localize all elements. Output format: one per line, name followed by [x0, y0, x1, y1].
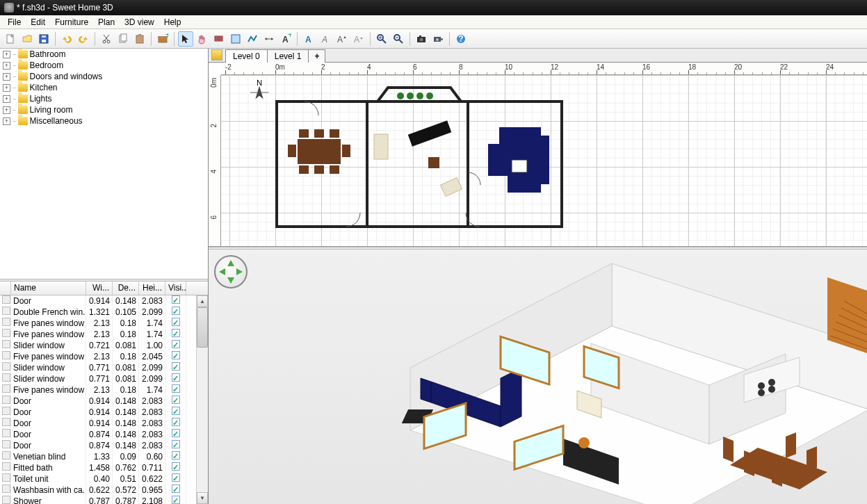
expand-icon[interactable]: +	[3, 84, 10, 92]
visible-checkbox[interactable]	[172, 307, 180, 315]
table-row[interactable]: Five panes window2.130.181.74	[0, 318, 208, 329]
polyline-tool-icon[interactable]	[245, 31, 260, 47]
table-row[interactable]: Door0.9140.1482.083	[0, 396, 208, 407]
table-row[interactable]: Venetian blind1.330.090.60	[0, 451, 208, 462]
col-height[interactable]: Hei...	[139, 282, 165, 295]
expand-icon[interactable]: +	[3, 106, 10, 114]
visible-checkbox[interactable]	[172, 295, 180, 304]
preferences-icon[interactable]	[430, 31, 446, 47]
table-row[interactable]: Slider window0.7710.0812.099	[0, 373, 208, 384]
expand-icon[interactable]: +	[3, 95, 10, 103]
3d-view[interactable]	[209, 250, 867, 504]
expand-icon[interactable]: +	[3, 117, 10, 125]
catalog-living-room[interactable]: +···Living room	[0, 104, 208, 115]
menu-3dview[interactable]: 3D view	[120, 16, 159, 29]
furniture-table[interactable]: Name Wi... De... Hei... Visi... Door0.91…	[0, 282, 208, 504]
table-row[interactable]: Shower0.7870.7872.108	[0, 496, 208, 504]
save-file-icon[interactable]	[36, 31, 51, 47]
col-visible[interactable]: Visi...	[165, 282, 186, 295]
menu-edit[interactable]: Edit	[26, 16, 50, 29]
visible-checkbox[interactable]	[172, 362, 180, 371]
table-row[interactable]: Slider window0.7210.0811.00	[0, 340, 208, 351]
floor-plan[interactable]	[221, 75, 847, 247]
visible-checkbox[interactable]	[172, 451, 180, 460]
zoom-out-icon[interactable]	[391, 31, 406, 47]
table-row[interactable]: Fitted bath1.4580.7620.711	[0, 462, 208, 473]
catalog-kitchen[interactable]: +···Kitchen	[0, 82, 208, 93]
visible-checkbox[interactable]	[172, 384, 180, 393]
furniture-catalog[interactable]: +···Bathroom+···Bedroom+···Doors and win…	[0, 49, 208, 279]
visible-checkbox[interactable]	[172, 318, 180, 326]
expand-icon[interactable]: +	[3, 62, 10, 70]
table-row[interactable]: Door0.9140.1482.083	[0, 407, 208, 418]
tab-level1[interactable]: Level 1	[267, 49, 309, 63]
add-furniture-icon[interactable]: +	[155, 31, 170, 47]
expand-icon[interactable]: +	[3, 51, 10, 58]
visible-checkbox[interactable]	[172, 373, 180, 382]
visible-checkbox[interactable]	[172, 329, 180, 337]
col-width[interactable]: Wi...	[86, 282, 113, 295]
table-row[interactable]: Washbasin with ca...0.6220.5720.965	[0, 485, 208, 496]
table-row[interactable]: Door0.8740.1482.083	[0, 440, 208, 451]
visible-checkbox[interactable]	[172, 496, 180, 504]
tab-level0[interactable]: Level 0	[225, 49, 268, 63]
table-row[interactable]: Five panes window2.130.182.045	[0, 351, 208, 362]
table-row[interactable]: Double French win...1.3210.1052.099	[0, 307, 208, 318]
table-row[interactable]: Five panes window2.130.181.74	[0, 384, 208, 396]
visible-checkbox[interactable]	[172, 340, 180, 348]
col-name[interactable]: Name	[11, 282, 86, 295]
tab-add[interactable]: +	[308, 49, 325, 63]
text-tool-icon[interactable]: A+	[278, 31, 293, 47]
scroll-down-icon[interactable]: ▼	[197, 492, 208, 504]
cut-icon[interactable]	[99, 31, 114, 47]
select-tool-icon[interactable]	[178, 31, 193, 47]
visible-checkbox[interactable]	[172, 473, 180, 482]
plan-view[interactable]: -20m24681012141618202224 0m246 N	[209, 63, 867, 247]
visible-checkbox[interactable]	[172, 351, 180, 359]
visible-checkbox[interactable]	[172, 407, 180, 415]
catalog-bathroom[interactable]: +···Bathroom	[0, 49, 208, 60]
table-row[interactable]: Door0.8740.1482.083	[0, 429, 208, 440]
visible-checkbox[interactable]	[172, 485, 180, 493]
scroll-thumb[interactable]	[197, 307, 208, 348]
menu-file[interactable]: File	[3, 16, 26, 29]
table-row[interactable]: Slider window0.7710.0812.099	[0, 362, 208, 373]
visible-checkbox[interactable]	[172, 440, 180, 448]
text-italic-icon[interactable]: A	[318, 31, 333, 47]
visible-checkbox[interactable]	[172, 429, 180, 437]
help-icon[interactable]: ?	[453, 31, 469, 47]
wall-tool-icon[interactable]	[211, 31, 227, 47]
table-row[interactable]: Door0.9140.1482.083	[0, 418, 208, 429]
table-row[interactable]: Door0.9140.1482.083	[0, 295, 208, 307]
zoom-in-icon[interactable]	[374, 31, 389, 47]
text-bold-icon[interactable]: A	[301, 31, 316, 47]
col-depth[interactable]: De...	[113, 282, 139, 295]
open-file-icon[interactable]	[19, 31, 35, 47]
increase-text-icon[interactable]: A	[334, 31, 350, 47]
undo-icon[interactable]	[59, 31, 74, 47]
table-row[interactable]: Five panes window2.130.181.74	[0, 329, 208, 340]
visible-checkbox[interactable]	[172, 396, 180, 404]
3d-nav-control[interactable]	[214, 255, 248, 288]
visible-checkbox[interactable]	[172, 462, 180, 471]
new-file-icon[interactable]	[3, 31, 18, 47]
catalog-lights[interactable]: +···Lights	[0, 93, 208, 104]
camera-tool-icon[interactable]	[414, 31, 429, 47]
visible-checkbox[interactable]	[172, 418, 180, 426]
room-tool-icon[interactable]	[228, 31, 243, 47]
catalog-bedroom[interactable]: +···Bedroom	[0, 60, 208, 71]
menu-help[interactable]: Help	[159, 16, 186, 29]
dimension-tool-icon[interactable]	[261, 31, 277, 47]
copy-icon[interactable]	[115, 31, 131, 47]
pan-tool-icon[interactable]	[195, 31, 210, 47]
table-scrollbar[interactable]: ▲ ▼	[196, 295, 208, 504]
catalog-miscellaneous[interactable]: +···Miscellaneous	[0, 115, 208, 127]
expand-icon[interactable]: +	[3, 73, 10, 81]
table-row[interactable]: Toilet unit0.400.510.622	[0, 473, 208, 485]
scroll-up-icon[interactable]: ▲	[197, 295, 208, 307]
catalog-doors-and-windows[interactable]: +···Doors and windows	[0, 71, 208, 82]
redo-icon[interactable]	[76, 31, 91, 47]
menu-plan[interactable]: Plan	[93, 16, 120, 29]
paste-icon[interactable]	[132, 31, 147, 47]
decrease-text-icon[interactable]: A	[351, 31, 366, 47]
